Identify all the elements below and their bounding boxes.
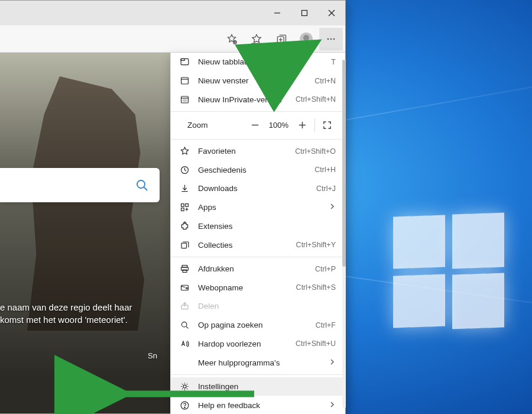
print-icon bbox=[179, 264, 190, 274]
menu-item-new-window[interactable]: Nieuw venster Ctrl+N bbox=[171, 72, 345, 90]
svg-rect-1 bbox=[302, 11, 307, 16]
avatar-icon bbox=[300, 33, 313, 46]
chevron-right-icon bbox=[329, 203, 336, 212]
menu-label: Downloads bbox=[198, 184, 308, 193]
menu-item-history[interactable]: Geschiedenis Ctrl+H bbox=[171, 160, 345, 179]
profile-button[interactable] bbox=[294, 28, 318, 50]
snippet-label: Sn bbox=[148, 351, 157, 360]
menu-shortcut: Ctrl+F bbox=[316, 321, 336, 329]
window-minimize-button[interactable] bbox=[264, 1, 291, 25]
new-window-icon bbox=[179, 76, 190, 86]
star-icon bbox=[179, 146, 190, 156]
background-rock-image bbox=[21, 76, 151, 331]
edge-browser-window: e naam van deze regio deelt haar komst m… bbox=[0, 0, 346, 414]
menu-item-webcapture[interactable]: Webopname Ctrl+Shift+S bbox=[171, 278, 345, 297]
menu-shortcut: Ctrl+Shift+S bbox=[296, 283, 336, 292]
menu-item-new-inprivate[interactable]: Nieuw InPrivate-venster Ctrl+Shift+N bbox=[171, 90, 345, 109]
svg-rect-36 bbox=[181, 243, 186, 248]
chevron-right-icon bbox=[329, 358, 336, 367]
menu-label: Instellingen bbox=[198, 382, 336, 391]
menu-scrollbar[interactable] bbox=[340, 53, 346, 414]
image-caption: e naam van deze regio deelt haar komst m… bbox=[0, 301, 154, 326]
collections-button[interactable] bbox=[270, 28, 293, 50]
menu-shortcut: Ctrl+H bbox=[314, 166, 336, 174]
menu-item-collections[interactable]: Collecties Ctrl+Shift+Y bbox=[171, 235, 345, 254]
settings-and-more-button[interactable] bbox=[319, 28, 343, 50]
read-aloud-icon bbox=[179, 339, 190, 349]
caption-line2: komst met het woord 'meteoriet'. bbox=[0, 315, 128, 325]
menu-shortcut: Ctrl+P bbox=[315, 265, 336, 273]
menu-item-print[interactable]: Afdrukken Ctrl+P bbox=[171, 260, 345, 279]
caption-line1: e naam van deze regio deelt haar bbox=[0, 302, 132, 312]
svg-point-35 bbox=[184, 222, 186, 224]
apps-icon bbox=[179, 202, 190, 212]
menu-label: Help en feedback bbox=[198, 401, 320, 410]
svg-point-12 bbox=[327, 38, 329, 40]
menu-item-extensions[interactable]: Extensies bbox=[171, 217, 345, 236]
menu-zoom-row: Zoom 100% bbox=[171, 114, 345, 137]
menu-item-favorites[interactable]: Favorieten Ctrl+Shift+O bbox=[171, 142, 345, 161]
window-close-button[interactable] bbox=[318, 1, 345, 25]
menu-label: Nieuw InPrivate-venster bbox=[198, 95, 287, 104]
menu-label: Nieuw venster bbox=[198, 76, 306, 85]
svg-rect-32 bbox=[181, 208, 184, 211]
zoom-label: Zoom bbox=[187, 121, 244, 130]
svg-point-48 bbox=[184, 407, 184, 407]
menu-label: Apps bbox=[198, 203, 320, 212]
svg-point-44 bbox=[181, 322, 187, 328]
menu-item-new-tab[interactable]: Nieuw tabblad T bbox=[171, 53, 345, 72]
menu-item-more-tools[interactable]: Meer hulpprogramma's bbox=[171, 353, 345, 372]
svg-rect-23 bbox=[183, 99, 187, 102]
menu-shortcut: Ctrl+Shift+U bbox=[296, 339, 336, 348]
share-icon bbox=[179, 301, 190, 311]
svg-rect-19 bbox=[181, 77, 188, 84]
menu-label: Delen bbox=[198, 302, 336, 310]
extensions-icon bbox=[179, 221, 190, 231]
search-icon bbox=[135, 178, 149, 192]
menu-separator bbox=[171, 139, 345, 140]
menu-shortcut: Ctrl+Shift+N bbox=[296, 95, 336, 104]
menu-item-settings[interactable]: Instellingen bbox=[171, 377, 345, 396]
menu-separator bbox=[171, 111, 345, 112]
window-maximize-button[interactable] bbox=[291, 1, 318, 25]
menu-shortcut: Ctrl+Shift+Y bbox=[296, 241, 336, 249]
menu-separator bbox=[171, 257, 345, 257]
zoom-in-button[interactable] bbox=[291, 114, 313, 137]
menu-label: Hardop voorlezen bbox=[198, 339, 287, 348]
menu-shortcut: T bbox=[331, 58, 336, 66]
search-bar[interactable] bbox=[0, 168, 160, 202]
svg-rect-30 bbox=[181, 204, 184, 207]
chevron-right-icon bbox=[329, 401, 336, 410]
svg-line-16 bbox=[144, 187, 148, 191]
windows-logo bbox=[393, 216, 505, 328]
menu-item-help[interactable]: Help en feedback bbox=[171, 396, 345, 414]
collections-icon bbox=[179, 240, 190, 250]
svg-rect-31 bbox=[185, 204, 188, 207]
menu-item-apps[interactable]: Apps bbox=[171, 198, 345, 217]
svg-point-46 bbox=[183, 385, 186, 388]
zoom-divider bbox=[314, 118, 315, 132]
svg-point-13 bbox=[330, 38, 332, 40]
menu-separator bbox=[171, 374, 345, 375]
add-favorite-button[interactable] bbox=[220, 28, 244, 50]
menu-label: Nieuw tabblad bbox=[198, 57, 323, 66]
svg-point-14 bbox=[333, 38, 335, 40]
zoom-out-button[interactable] bbox=[244, 114, 266, 137]
menu-shortcut: Ctrl+N bbox=[314, 77, 336, 85]
menu-label: Afdrukken bbox=[198, 264, 307, 273]
svg-point-15 bbox=[137, 180, 145, 188]
new-tab-icon bbox=[179, 57, 190, 67]
zoom-value: 100% bbox=[266, 121, 291, 130]
inprivate-icon bbox=[179, 95, 190, 105]
menu-item-read-aloud[interactable]: Hardop voorlezen Ctrl+Shift+U bbox=[171, 335, 345, 354]
window-titlebar bbox=[0, 1, 345, 25]
favorites-button[interactable] bbox=[245, 28, 268, 50]
menu-label: Favorieten bbox=[198, 147, 287, 156]
webcapture-icon bbox=[179, 283, 190, 293]
find-icon bbox=[179, 320, 190, 330]
menu-shortcut: Ctrl+J bbox=[316, 185, 336, 193]
menu-item-find[interactable]: Op pagina zoeken Ctrl+F bbox=[171, 316, 345, 335]
fullscreen-button[interactable] bbox=[316, 114, 338, 137]
help-icon bbox=[179, 400, 190, 410]
menu-item-downloads[interactable]: Downloads Ctrl+J bbox=[171, 179, 345, 198]
